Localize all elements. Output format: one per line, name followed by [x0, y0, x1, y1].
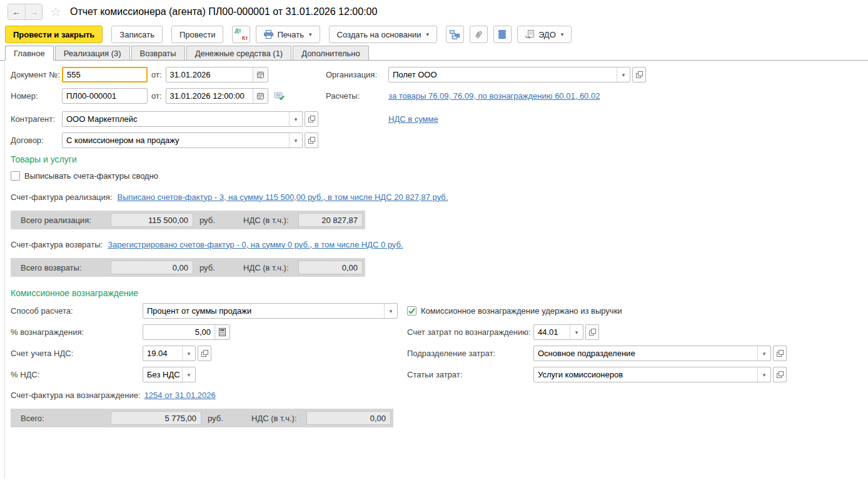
chevron-down-icon[interactable]: ▾	[570, 325, 583, 339]
vat-incl-label: НДС (в т.ч.):	[251, 414, 306, 423]
calc-method-label: Способ расчета:	[11, 306, 143, 316]
reports-button[interactable]	[493, 26, 512, 43]
invoice-returns-link[interactable]: Зарегистрировано счетов-фактур - 0, на с…	[108, 240, 403, 249]
commission-total-label: Всего:	[21, 414, 111, 423]
counterparty-select[interactable]: ООО Маркетплейс ▾	[62, 111, 303, 127]
consolidated-invoices-label[interactable]: Выписывать счета-фактуры сводно	[24, 171, 158, 181]
chevron-down-icon[interactable]: ▾	[289, 133, 302, 147]
expense-account-select[interactable]: 44.01 ▾	[533, 324, 583, 340]
page-title: Отчет комиссионера (агента) ПЛ00-000001 …	[70, 6, 377, 17]
chevron-down-icon: ▾	[426, 31, 429, 37]
main-form: Документ №: от: Организация: Полет ООО ▾	[4, 61, 868, 478]
doc-no-input[interactable]	[62, 67, 148, 82]
currency-label: руб.	[208, 414, 233, 423]
vat-account-select[interactable]: 19.04 ▾	[143, 346, 196, 361]
tab-sales[interactable]: Реализация (3)	[55, 46, 130, 60]
total-sales-amount: 115 500,00	[111, 213, 193, 227]
doc-date-label: от:	[151, 70, 162, 79]
currency-label: руб.	[199, 263, 225, 272]
related-documents-button[interactable]	[446, 26, 464, 43]
commission-percent-input[interactable]	[143, 325, 214, 339]
chevron-down-icon[interactable]: ▾	[384, 304, 397, 318]
history-nav: ← →	[8, 4, 43, 20]
contract-open-button[interactable]	[305, 132, 318, 148]
calendar-icon[interactable]	[253, 67, 268, 82]
organization-select[interactable]: Полет ООО ▾	[388, 67, 630, 82]
department-open-button[interactable]	[773, 346, 787, 361]
commission-invoice-label: Счет-фактура на вознаграждение:	[11, 391, 141, 400]
title-bar: ← → ☆ Отчет комиссионера (агента) ПЛ00-0…	[0, 0, 868, 24]
cost-item-open-button[interactable]	[773, 367, 787, 382]
number-label: Номер:	[11, 91, 62, 101]
structure-icon	[450, 30, 460, 39]
open-icon	[636, 71, 643, 78]
cost-item-select[interactable]: Услуги комиссионеров ▾	[533, 367, 771, 382]
settlements-link[interactable]: за товары 76.09, 76.09, по вознаграждени…	[388, 91, 600, 101]
contract-select[interactable]: С комиссионером на продажу ▾	[62, 132, 303, 148]
vat-account-open-button[interactable]	[198, 346, 211, 361]
open-icon	[777, 350, 784, 357]
edo-button[interactable]: ЭДО ▾	[517, 26, 572, 43]
organization-open-button[interactable]	[632, 67, 646, 82]
withheld-checkbox[interactable]	[407, 306, 416, 316]
save-button[interactable]: Записать	[111, 26, 163, 43]
report-list-icon	[498, 30, 506, 39]
open-icon	[201, 350, 208, 357]
total-sales-vat: 20 827,87	[298, 213, 363, 227]
tab-main[interactable]: Главное	[5, 46, 54, 61]
invoice-sales-link[interactable]: Выписано счетов-фактур - 3, на сумму 115…	[117, 192, 448, 202]
forward-button[interactable]: →	[25, 4, 42, 19]
open-icon	[777, 371, 784, 378]
goods-section-heading: Товары и услуги	[11, 154, 868, 164]
doc-no-label: Документ №:	[11, 70, 62, 79]
number-date-field[interactable]	[166, 88, 268, 104]
number-input[interactable]	[62, 88, 148, 104]
vat-rate-value: Без НДС	[143, 370, 182, 379]
chevron-down-icon[interactable]: ▾	[757, 346, 770, 361]
consolidated-invoices-checkbox[interactable]	[11, 171, 20, 181]
print-button[interactable]: Печать ▾	[256, 26, 320, 43]
total-returns-label: Всего возвраты:	[21, 263, 111, 272]
calendar-icon[interactable]	[253, 89, 268, 103]
doc-date-field[interactable]	[166, 67, 268, 82]
attachments-button[interactable]	[470, 26, 488, 43]
printer-icon	[264, 30, 273, 39]
dtkt-postings-button[interactable]: Дт Кт	[232, 26, 250, 43]
vat-rate-select[interactable]: Без НДС ▾	[143, 367, 196, 382]
cost-item-value: Услуги комиссионеров	[534, 370, 757, 379]
counterparty-value: ООО Маркетплейс	[63, 114, 289, 124]
favorite-star-icon[interactable]: ☆	[50, 4, 61, 19]
contract-value: С комиссионером на продажу	[63, 136, 289, 145]
back-button[interactable]: ←	[8, 4, 25, 19]
tab-returns[interactable]: Возвраты	[131, 46, 185, 60]
command-bar: Провести и закрыть Записать Провести Дт …	[0, 24, 868, 45]
chevron-down-icon[interactable]: ▾	[757, 367, 770, 382]
post-button[interactable]: Провести	[171, 26, 224, 43]
total-returns-vat: 0,00	[298, 261, 363, 274]
create-based-on-button[interactable]: Создать на основании ▾	[329, 26, 437, 43]
contract-label: Договор:	[11, 136, 62, 145]
calculator-icon[interactable]	[214, 325, 230, 339]
chevron-down-icon[interactable]: ▾	[617, 67, 630, 82]
commission-percent-field[interactable]	[143, 324, 230, 340]
edo-exchange-icon	[525, 30, 535, 39]
commission-total-vat: 0,00	[306, 411, 391, 425]
doc-date-input[interactable]	[166, 67, 253, 82]
number-date-input[interactable]	[166, 89, 253, 103]
department-select[interactable]: Основное подразделение ▾	[533, 346, 771, 361]
expense-account-open-button[interactable]	[585, 324, 599, 340]
commission-invoice-link[interactable]: 1254 от 31.01.2026	[144, 391, 216, 400]
withheld-label[interactable]: Комиссионное вознаграждение удержано из …	[421, 306, 622, 316]
counterparty-open-button[interactable]	[305, 111, 318, 127]
tab-additional[interactable]: Дополнительно	[293, 46, 369, 60]
schedule-check-icon[interactable]	[274, 92, 285, 101]
settlements-label: Расчеты:	[326, 91, 388, 101]
counterparty-label: Контрагент:	[11, 114, 62, 124]
vat-in-total-link[interactable]: НДС в сумме	[388, 114, 438, 124]
tab-cash[interactable]: Денежные средства (1)	[186, 46, 292, 60]
post-and-close-button[interactable]: Провести и закрыть	[5, 26, 103, 43]
calc-method-select[interactable]: Процент от суммы продажи ▾	[143, 303, 398, 319]
chevron-down-icon[interactable]: ▾	[289, 112, 302, 126]
chevron-down-icon[interactable]: ▾	[182, 367, 195, 382]
chevron-down-icon[interactable]: ▾	[182, 346, 195, 361]
